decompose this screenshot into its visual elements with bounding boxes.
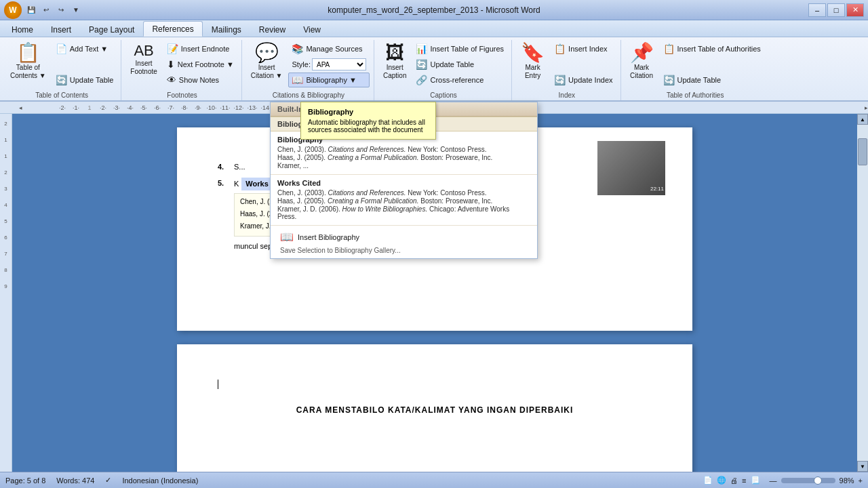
group-footnotes: AB InsertFootnote 📝 Insert Endnote ⬇ Nex… xyxy=(123,40,242,100)
redo-btn[interactable]: ↪ xyxy=(54,3,68,17)
scroll-thumb[interactable] xyxy=(858,138,867,165)
caption-small-buttons: 📊 Insert Table of Figures 🔄 Update Table… xyxy=(412,41,507,87)
ribbon-tabs: Home Insert Page Layout References Maili… xyxy=(0,20,868,37)
ribbon-container: 📋 Table ofContents ▼ 📄 Add Text ▼ 🔄 Upda… xyxy=(0,37,868,102)
view-draft-icon[interactable]: 📃 xyxy=(751,476,760,485)
mark-citation-icon: 📌 xyxy=(630,43,654,62)
office-button[interactable]: W xyxy=(4,1,22,19)
image-placeholder: 22:11 xyxy=(597,141,665,195)
cross-reference-button[interactable]: 🔗 Cross-reference xyxy=(412,73,507,87)
scroll-up-btn[interactable]: ▲ xyxy=(857,114,868,125)
update-index-button[interactable]: 🔄 Update Index xyxy=(551,73,616,87)
view-normal-icon[interactable]: 📄 xyxy=(703,476,713,485)
language-info: Indonesian (Indonesia) xyxy=(122,476,198,485)
tab-home[interactable]: Home xyxy=(3,22,42,37)
view-print-icon[interactable]: 🖨 xyxy=(730,476,738,485)
maximize-btn[interactable]: □ xyxy=(827,3,845,17)
next-footnote-button[interactable]: ⬇ Next Footnote ▼ xyxy=(163,57,237,72)
page2-title: CARA MENSTABILO KATA/KALIMAT YANG INGAN … xyxy=(218,404,652,417)
show-notes-button[interactable]: 👁 Show Notes xyxy=(163,73,237,87)
scroll-track[interactable] xyxy=(857,125,868,461)
citation-icon: 💬 xyxy=(255,43,279,62)
caption-icon: 🖼 xyxy=(385,43,404,62)
insert-endnote-button[interactable]: 📝 Insert Endnote xyxy=(163,41,237,56)
insert-bibliography-btn[interactable]: 📖 Insert Bibliography xyxy=(277,228,530,245)
bib-ref-2: Haas, J. (2005). Creating a Formal Publi… xyxy=(277,154,530,161)
tooltip-description: Automatic bibliography that includes all… xyxy=(308,119,429,134)
bibliography-button[interactable]: 📖 Bibliography ▼ xyxy=(288,73,370,87)
toc-small-buttons: 📄 Add Text ▼ 🔄 Update Table xyxy=(52,41,117,87)
insert-caption-button[interactable]: 🖼 InsertCaption xyxy=(380,41,410,87)
status-left: Page: 5 of 8 Words: 474 ✓ Indonesian (In… xyxy=(5,476,198,485)
word-count: Words: 474 xyxy=(56,476,94,485)
group-toc: 📋 Table ofContents ▼ 📄 Add Text ▼ 🔄 Upda… xyxy=(3,40,121,100)
footnote-icon: AB xyxy=(134,43,153,58)
captions-group-label: Captions xyxy=(376,92,511,99)
tab-pagelayout[interactable]: Page Layout xyxy=(80,22,143,37)
tab-insert[interactable]: Insert xyxy=(42,22,80,37)
mark-citation-button[interactable]: 📌 MarkCitation xyxy=(627,41,657,87)
wc-ref-2: Haas, J. (2005). Creating a Formal Publi… xyxy=(277,197,530,205)
update-toa-button[interactable]: 🔄 Update Table xyxy=(660,73,764,87)
zoom-in-icon[interactable]: + xyxy=(859,476,863,485)
toc-icon: 📋 xyxy=(16,43,40,62)
status-bar: Page: 5 of 8 Words: 474 ✓ Indonesian (In… xyxy=(0,472,868,488)
bib-ref-1: Chen, J. (2003). Citations and Reference… xyxy=(277,146,530,153)
title-bar: W 💾 ↩ ↪ ▼ komputer_ms_word_26_september_… xyxy=(0,0,868,20)
index-small-buttons: 📋 Insert Index 🔄 Update Index xyxy=(551,41,616,87)
works-cited-item[interactable]: Works Cited Chen, J. (2003). Citations a… xyxy=(271,175,537,226)
scroll-down-btn[interactable]: ▼ xyxy=(857,461,868,472)
save-to-gallery-btn[interactable]: Save Selection to Bibliography Gallery..… xyxy=(277,245,530,256)
status-right: 📄 🌐 🖨 ≡ 📃 — 98% + xyxy=(703,476,863,485)
tab-mailings[interactable]: Mailings xyxy=(203,22,250,37)
minimize-btn[interactable]: – xyxy=(808,3,826,17)
tab-view[interactable]: View xyxy=(294,22,330,37)
mark-entry-button[interactable]: 🔖 MarkEntry xyxy=(517,41,548,87)
mark-entry-icon: 🔖 xyxy=(521,43,545,62)
tab-review[interactable]: Review xyxy=(250,22,294,37)
group-index: 🔖 MarkEntry 📋 Insert Index 🔄 Update Inde… xyxy=(513,40,620,100)
tab-references[interactable]: References xyxy=(143,21,202,37)
wc-ref-3: Kramer, J. D. (2006). How to Write Bibli… xyxy=(277,205,530,220)
add-text-button[interactable]: 📄 Add Text ▼ xyxy=(52,41,117,56)
style-selector[interactable]: Style: APA MLA Chicago xyxy=(288,56,370,73)
undo-btn[interactable]: ↩ xyxy=(39,3,53,17)
style-dropdown[interactable]: APA MLA Chicago xyxy=(312,58,366,70)
text-cursor xyxy=(218,380,218,389)
ribbon: 📋 Table ofContents ▼ 📄 Add Text ▼ 🔄 Upda… xyxy=(0,37,868,102)
title-bar-left: W 💾 ↩ ↪ ▼ xyxy=(4,1,83,19)
toc-button[interactable]: 📋 Table ofContents ▼ xyxy=(7,41,50,87)
toa-group-label: Table of Authorities xyxy=(623,92,768,99)
update-table-button[interactable]: 🔄 Update Table xyxy=(52,73,117,87)
document-page-2[interactable]: CARA MENSTABILO KATA/KALIMAT YANG INGAN … xyxy=(177,344,692,472)
insert-footnote-button[interactable]: AB InsertFootnote xyxy=(127,41,160,87)
citations-group-label: Citations & Bibliography xyxy=(243,92,374,99)
zoom-thumb[interactable] xyxy=(814,476,822,485)
window-controls: – □ ✕ xyxy=(808,3,864,17)
tooltip-title: Bibliography xyxy=(308,108,429,116)
vertical-ruler: 2 1 1 2 3 4 5 6 7 8 9 xyxy=(0,114,12,472)
dropdown-arrow[interactable]: ▼ xyxy=(69,3,83,17)
insert-citation-button[interactable]: 💬 InsertCitation ▼ xyxy=(248,41,286,87)
zoom-slider[interactable] xyxy=(781,478,835,483)
update-table-cap-button[interactable]: 🔄 Update Table xyxy=(412,57,507,72)
window-title: komputer_ms_word_26_september_2013 - Mic… xyxy=(328,5,540,15)
view-web-icon[interactable]: 🌐 xyxy=(717,476,726,485)
insert-toa-button[interactable]: 📋 Insert Table of Authorities xyxy=(660,41,764,56)
vertical-scrollbar: ▲ ▼ xyxy=(857,114,868,472)
group-captions: 🖼 InsertCaption 📊 Insert Table of Figure… xyxy=(376,40,512,100)
insert-table-figures-button[interactable]: 📊 Insert Table of Figures xyxy=(412,41,507,56)
view-outline-icon[interactable]: ≡ xyxy=(742,476,746,485)
group-citations: 💬 InsertCitation ▼ 📚 Manage Sources Styl… xyxy=(243,40,374,100)
insert-index-button[interactable]: 📋 Insert Index xyxy=(551,41,616,56)
group-toa: 📌 MarkCitation 📋 Insert Table of Authori… xyxy=(623,40,768,100)
index-group-label: Index xyxy=(513,92,620,99)
bibliography-tooltip: Bibliography Automatic bibliography that… xyxy=(300,102,436,140)
save-btn[interactable]: 💾 xyxy=(24,3,38,17)
spell-check-icon: ✓ xyxy=(105,476,111,485)
toc-group-label: Table of Contents xyxy=(3,92,121,99)
manage-sources-button[interactable]: 📚 Manage Sources xyxy=(288,41,370,56)
toa-small-buttons: 📋 Insert Table of Authorities 🔄 Update T… xyxy=(660,41,764,87)
close-btn[interactable]: ✕ xyxy=(846,3,864,17)
insert-bib-icon: 📖 xyxy=(280,230,294,243)
